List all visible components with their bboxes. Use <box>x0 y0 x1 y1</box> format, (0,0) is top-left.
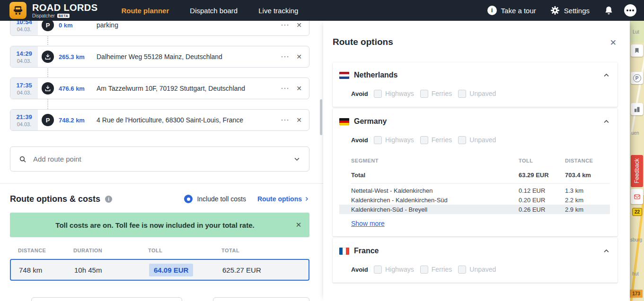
country-header: France <box>339 246 610 256</box>
parking-icon: P <box>633 74 641 82</box>
show-more-link[interactable]: Show more <box>351 220 385 227</box>
summary-toll-chip[interactable]: 64.09 EUR <box>149 264 193 276</box>
gear-icon[interactable] <box>550 6 560 15</box>
remove-route-point-icon[interactable]: ✕ <box>292 116 306 124</box>
bell-icon[interactable] <box>604 6 614 16</box>
avoid-highways-label: Highways <box>385 266 414 273</box>
route-point-card[interactable]: 14:29 04.03. 265.3 km Dalheimer Weg 5512… <box>10 46 309 68</box>
route-point-card[interactable]: 10:54 04.03. P 0 km parking ⋯ ✕ <box>10 21 309 36</box>
route-options-link[interactable]: Route options <box>257 195 309 203</box>
close-icon[interactable]: ✕ <box>610 38 617 48</box>
feedback-button[interactable]: Feedback <box>631 155 643 187</box>
parking-layer-button[interactable]: P <box>631 72 643 84</box>
avoid-ferries-checkbox[interactable] <box>420 266 428 274</box>
map-place-label: uen <box>631 130 639 136</box>
banner-close-icon[interactable]: ✕ <box>288 221 309 229</box>
bookmark-icon <box>634 47 640 54</box>
toll-costs-banner-text: Toll costs are on. Toll fee is now inclu… <box>10 221 288 229</box>
search-icon <box>19 155 26 163</box>
brand-subtitle: Dispatcher <box>32 14 55 18</box>
partial-field-1[interactable] <box>31 297 182 301</box>
route-point-time: 17:35 <box>16 82 32 89</box>
partial-field-2[interactable] <box>213 297 309 301</box>
route-point-address: Am Tazzelwurm 10F, 70192 Stuttgart, Deut… <box>97 85 278 92</box>
feedback-message-button[interactable] <box>631 189 643 204</box>
add-route-point-placeholder: Add route point <box>33 155 81 163</box>
map-road <box>630 54 644 134</box>
route-point-time: 21:39 <box>16 113 32 120</box>
route-options-panel: Route options ✕ Netherlands Avoid Highwa… <box>323 21 630 301</box>
total-distance: 703.4 km <box>565 172 610 179</box>
route-point-time-box: 14:29 04.03. <box>10 46 38 67</box>
country-name: Netherlands <box>354 71 397 79</box>
route-shield-badge: 22 <box>632 208 642 216</box>
take-a-tour-button[interactable]: Take a tour <box>501 7 536 15</box>
total-toll: 63.29 EUR <box>519 172 565 179</box>
route-points-list: 10:54 04.03. P 0 km parking ⋯ ✕ 14:29 04… <box>10 21 309 141</box>
avoid-ferries-checkbox[interactable] <box>420 136 428 144</box>
avoid-unpaved-checkbox[interactable] <box>458 266 466 274</box>
more-options-icon[interactable]: ⋯ <box>278 115 292 125</box>
add-route-point-input[interactable]: Add route point <box>10 146 309 172</box>
unload-icon <box>42 51 54 63</box>
map[interactable]: Lut uen sburg hut P Feedback 22 173 <box>630 21 644 301</box>
avoid-highways-option: Highways <box>374 266 414 274</box>
avoid-unpaved-checkbox[interactable] <box>458 90 466 98</box>
chevron-up-icon[interactable] <box>603 72 610 79</box>
route-point-card[interactable]: 21:39 04.03. P 748.2 km 4 Rue de l'Horti… <box>10 109 309 131</box>
brand-block: ROAD LORDS Dispatcher BETA <box>32 3 97 18</box>
segment-distance: 1.3 km <box>565 187 610 194</box>
toll-costs-banner: Toll costs are on. Toll fee is now inclu… <box>10 213 309 237</box>
nav-dispatch-board[interactable]: Dispatch board <box>190 7 238 15</box>
buildings-layer-button[interactable] <box>631 103 643 115</box>
de-flag-icon <box>339 118 349 125</box>
avoid-highways-option: Highways <box>374 90 414 98</box>
segment-header: SEGMENT <box>351 158 519 163</box>
chevron-right-icon <box>304 196 309 202</box>
remove-route-point-icon[interactable]: ✕ <box>292 53 306 60</box>
info-icon[interactable]: i <box>105 196 112 203</box>
remove-route-point-icon[interactable]: ✕ <box>292 85 306 92</box>
divider <box>0 183 323 184</box>
route-point-date: 04.03. <box>17 58 32 64</box>
bookmark-map-button[interactable] <box>631 44 643 57</box>
chevron-up-icon[interactable] <box>603 118 610 125</box>
country-header: Netherlands <box>339 70 610 80</box>
left-panel-scrollbar[interactable] <box>320 99 322 135</box>
route-point-card[interactable]: 17:35 04.03. 476.6 km Am Tazzelwurm 10F,… <box>10 77 309 99</box>
toggle-on-icon[interactable] <box>184 195 193 203</box>
avoid-row: Avoid HighwaysFerriesUnpaved <box>339 135 610 145</box>
route-point-date: 04.03. <box>17 90 32 95</box>
avoid-unpaved-checkbox[interactable] <box>458 136 466 144</box>
settings-button[interactable]: Settings <box>564 7 590 15</box>
avoid-ferries-checkbox[interactable] <box>420 90 428 98</box>
chevron-down-icon[interactable] <box>293 155 300 163</box>
more-options-icon[interactable]: ⋯ <box>278 52 292 62</box>
route-point-time: 10:54 <box>16 21 32 26</box>
nav-route-planner[interactable]: Route planner <box>121 7 169 15</box>
toll-segment-row: Kaldenkirchen - Kaldenkirchen-Süd0.20 EU… <box>351 195 610 205</box>
avoid-highways-checkbox[interactable] <box>374 266 382 274</box>
avoid-ferries-option: Ferries <box>420 136 452 144</box>
country-name: Germany <box>354 117 387 126</box>
more-options-icon[interactable]: ⋯ <box>278 21 292 30</box>
more-menu-icon[interactable] <box>624 4 636 17</box>
include-toll-costs-toggle[interactable]: Include toll costs <box>184 195 246 203</box>
info-icon[interactable]: i <box>487 6 497 15</box>
duration-header: DURATION <box>73 248 148 253</box>
roadlords-logo-icon[interactable] <box>9 2 26 19</box>
toll-segment-row: Nettetal-West - Kaldenkirchen0.12 EUR1.3… <box>351 186 610 195</box>
remove-route-point-icon[interactable]: ✕ <box>292 21 306 29</box>
parking-icon: P <box>42 21 54 31</box>
more-options-icon[interactable]: ⋯ <box>278 83 292 94</box>
distance-col-header: DISTANCE <box>565 158 610 163</box>
avoid-ferries-label: Ferries <box>432 266 452 273</box>
nav-live-tracking[interactable]: Live tracking <box>258 7 298 15</box>
route-point-address: parking <box>97 21 278 29</box>
chevron-up-icon[interactable] <box>603 248 610 255</box>
route-summary-box[interactable]: 748 km 10h 45m 64.09 EUR 625.27 EUR <box>10 259 309 281</box>
avoid-highways-checkbox[interactable] <box>374 90 382 98</box>
route-point-date: 04.03. <box>17 121 32 127</box>
avoid-highways-checkbox[interactable] <box>374 136 382 144</box>
route-point-time-box: 17:35 04.03. <box>10 78 38 99</box>
